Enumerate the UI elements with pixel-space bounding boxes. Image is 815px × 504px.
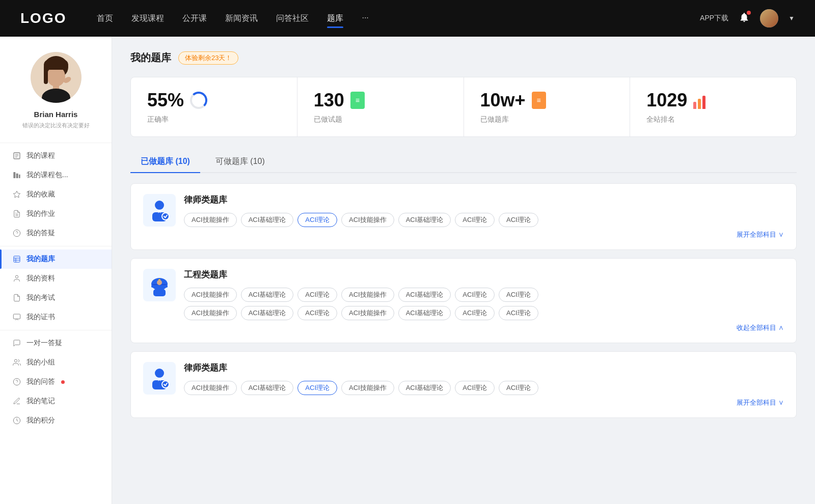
navbar-logo[interactable]: LOGO [20,10,66,26]
sidebar-item-exam[interactable]: 我的考试 [0,288,112,307]
sidebar: Brian Harris 错误的决定比没有决定要好 我的课程 我的课程包... [0,37,112,504]
lawyer-svg-3 [147,366,172,390]
qbank-tag-3-6[interactable]: ACI理论 [455,381,495,395]
page-title: 我的题库 [130,51,171,65]
qbank-icon-engineer [143,269,176,301]
svg-rect-36 [151,285,168,288]
qbank-tag-2-14[interactable]: ACI理论 [499,306,538,320]
sidebar-label-my-courses: 我的课程 [26,151,55,160]
qbank-tag-2-9[interactable]: ACI基础理论 [241,306,294,320]
qbank-tag-3-7[interactable]: ACI理论 [499,381,538,395]
svg-point-27 [13,378,20,385]
tab-available-banks[interactable]: 可做题库 (10) [205,151,275,172]
expand-row-3: 展开全部科目 ∨ [143,398,784,407]
svg-marker-15 [13,191,20,198]
expand-button-3[interactable]: 展开全部科目 ∨ [737,398,784,407]
sidebar-item-qbank[interactable]: 我的题库 [0,249,112,269]
expand-button-1[interactable]: 展开全部科目 ∨ [737,230,784,239]
questions-icon [12,229,21,238]
sidebar-label-group: 我的小组 [26,358,55,367]
qbank-tag-3-5[interactable]: ACI基础理论 [398,381,451,395]
qbank-tag-3-4[interactable]: ACI技能操作 [341,381,394,395]
sidebar-item-my-qa[interactable]: 我的问答 [0,372,112,391]
qbank-tag-1-6[interactable]: ACI理论 [455,213,495,227]
qbank-tag-3-1[interactable]: ACI技能操作 [184,381,237,395]
qbank-tag-1-3[interactable]: ACI理论 [297,213,337,227]
user-avatar[interactable] [760,9,778,27]
collapse-button-2[interactable]: 收起全部科目 ∧ [737,323,784,332]
qbank-tag-2-5[interactable]: ACI基础理论 [398,288,451,302]
sidebar-label-qbank: 我的题库 [26,255,55,264]
sidebar-item-group[interactable]: 我的小组 [0,353,112,372]
sidebar-divider-2 [0,246,112,246]
svg-point-40 [155,369,164,378]
nav-home[interactable]: 首页 [97,11,113,26]
qbank-title-2: 工程类题库 [184,269,784,281]
nav-opencourse[interactable]: 公开课 [182,11,207,26]
tabs-row: 已做题库 (10) 可做题库 (10) [130,151,797,173]
sidebar-item-profile[interactable]: 我的资料 [0,269,112,288]
nav-more[interactable]: ··· [362,11,368,26]
qbank-tag-2-3[interactable]: ACI理论 [297,288,337,302]
sidebar-item-homework[interactable]: 我的作业 [0,204,112,223]
stat-top-rank: 1029 [646,90,780,111]
sidebar-item-notes[interactable]: 我的笔记 [0,391,112,411]
stat-accuracy: 55% 正确率 [131,77,297,136]
qbank-tag-2-7[interactable]: ACI理论 [499,288,538,302]
qbank-tag-2-8[interactable]: ACI技能操作 [184,306,237,320]
sidebar-avatar-wrap [31,52,82,103]
qbank-tag-1-7[interactable]: ACI理论 [499,213,538,227]
done-questions-icon [350,92,365,109]
my-courses-icon [12,151,21,160]
notification-bell[interactable] [739,12,750,25]
nav-qbank[interactable]: 题库 [327,11,343,26]
qbank-info-2: 工程类题库 ACI技能操作 ACI基础理论 ACI理论 ACI技能操作 ACI基… [184,269,784,320]
stat-value-done-b: 10w+ [480,90,526,111]
sidebar-item-favorites[interactable]: 我的收藏 [0,185,112,204]
qbank-tag-1-5[interactable]: ACI基础理论 [398,213,451,227]
qbank-tag-2-1[interactable]: ACI技能操作 [184,288,237,302]
avatar-image [760,9,778,27]
sidebar-item-course-package[interactable]: 我的课程包... [0,165,112,185]
qbank-tag-2-2[interactable]: ACI基础理论 [241,288,294,302]
qbank-tag-1-1[interactable]: ACI技能操作 [184,213,237,227]
sidebar-label-profile: 我的资料 [26,274,55,283]
qbank-tags-2-row2: ACI技能操作 ACI基础理论 ACI理论 ACI技能操作 ACI基础理论 AC… [184,306,784,320]
qbank-title-3: 律师类题库 [184,362,784,374]
qbank-tag-2-12[interactable]: ACI基础理论 [398,306,451,320]
sidebar-item-questions[interactable]: 我的答疑 [0,223,112,243]
stat-top-done-b: 10w+ [480,90,614,111]
qbank-tag-2-11[interactable]: ACI技能操作 [341,306,394,320]
engineer-svg [147,273,172,297]
qbank-tag-3-2[interactable]: ACI基础理论 [241,381,294,395]
points-icon [12,416,21,425]
stats-row: 55% 正确率 130 已做试题 10w+ 已做题库 [130,77,797,137]
user-dropdown-arrow[interactable]: ▼ [789,15,795,22]
sidebar-item-my-courses[interactable]: 我的课程 [0,146,112,165]
certificate-icon [12,313,21,322]
expand-row-1: 展开全部科目 ∨ [143,230,784,239]
qbank-info-1: 律师类题库 ACI技能操作 ACI基础理论 ACI理论 ACI技能操作 ACI基… [184,194,784,227]
qbank-tag-2-10[interactable]: ACI理论 [297,306,337,320]
qbank-tag-1-2[interactable]: ACI基础理论 [241,213,294,227]
qa-notification-dot [61,380,65,384]
tab-done-banks[interactable]: 已做题库 (10) [130,151,200,172]
svg-rect-25 [13,314,20,319]
svg-rect-12 [13,172,15,178]
nav-discover[interactable]: 发现课程 [131,11,164,26]
sidebar-item-1on1[interactable]: 一对一答疑 [0,333,112,353]
app-download-button[interactable]: APP下载 [700,14,728,23]
sidebar-item-points[interactable]: 我的积分 [0,411,112,430]
nav-news[interactable]: 新闻资讯 [225,11,258,26]
exam-icon [12,293,21,302]
sidebar-username: Brian Harris [34,110,78,119]
qbank-title-1: 律师类题库 [184,194,784,206]
qbank-tag-2-4[interactable]: ACI技能操作 [341,288,394,302]
sidebar-item-certificate[interactable]: 我的证书 [0,307,112,327]
qbank-tag-1-4[interactable]: ACI技能操作 [341,213,394,227]
qbank-tag-2-13[interactable]: ACI理论 [455,306,495,320]
qbank-tag-3-3[interactable]: ACI理论 [297,381,337,395]
qbank-tag-2-6[interactable]: ACI理论 [455,288,495,302]
sidebar-label-notes: 我的笔记 [26,397,55,406]
nav-qa[interactable]: 问答社区 [276,11,309,26]
